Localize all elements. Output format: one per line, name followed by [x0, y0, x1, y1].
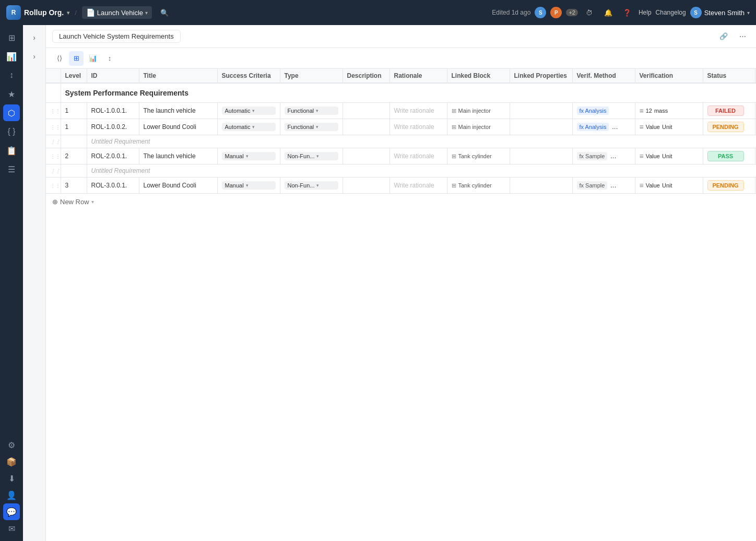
success-criteria-cell[interactable]: Automatic ▾ — [217, 103, 280, 119]
new-row-button[interactable]: ⊕ New Row ▾ — [46, 194, 756, 210]
view-btn-left-expand[interactable]: ⟨⟩ — [52, 51, 67, 66]
id-cell[interactable]: ROL-3.0.0.1. — [87, 178, 139, 194]
verification-cell[interactable]: ≡ Value Unit — [635, 178, 703, 194]
type-cell[interactable]: Non-Fun... ▾ — [280, 148, 342, 164]
rationale-cell[interactable]: Write rationale — [389, 103, 447, 119]
verification-cell[interactable]: ≡ 12 mass — [635, 103, 703, 119]
view-btn-sort2[interactable]: ↕ — [102, 51, 117, 66]
level-cell[interactable]: 3 — [61, 178, 87, 194]
method-chip-sample[interactable]: fx Sample — [577, 152, 608, 160]
success-criteria-dropdown[interactable]: Automatic ▾ — [222, 123, 276, 131]
linked-block-cell[interactable]: ⊞ Main injector — [447, 103, 510, 119]
rationale-cell[interactable]: Write rationale — [389, 178, 447, 194]
success-criteria-dropdown[interactable]: Automatic ▾ — [222, 107, 276, 115]
type-dropdown[interactable]: Functional ▾ — [285, 107, 338, 115]
title-cell[interactable]: Lower Bound Cooli — [139, 119, 217, 135]
method-chip-sample[interactable]: fx Sam — [612, 123, 635, 131]
desc-cell[interactable] — [342, 178, 389, 194]
sidebar-item-list[interactable]: ☰ — [3, 161, 20, 178]
view-btn-chart2[interactable]: 📊 — [86, 51, 100, 66]
rationale-cell[interactable]: Write rationale — [389, 119, 447, 135]
sidebar-item-blocks[interactable]: ⬡ — [3, 104, 20, 121]
linked-props-cell[interactable] — [510, 178, 572, 194]
drag-handle-icon[interactable]: ⋮⋮ — [50, 183, 61, 189]
untitled-label-2[interactable]: Untitled Requirement — [87, 164, 756, 178]
rationale-cell[interactable]: Write rationale — [389, 148, 447, 164]
desc-cell[interactable] — [342, 103, 389, 119]
type-cell[interactable]: Non-Fun... ▾ — [280, 178, 342, 194]
success-criteria-cell[interactable]: Manual ▾ — [217, 178, 280, 194]
status-cell[interactable]: PENDING — [703, 178, 755, 194]
search-button[interactable]: 🔍 — [156, 4, 173, 21]
tab-active[interactable]: Launch Vehicle System Requirements — [52, 30, 181, 43]
method-chip-sample[interactable]: fx Sample — [577, 181, 608, 190]
help-label[interactable]: Help — [639, 9, 652, 16]
id-cell[interactable]: ROL-2.0.0.1. — [87, 148, 139, 164]
doc-switcher[interactable]: 📄 Launch Vehicle ▾ — [82, 6, 152, 19]
success-criteria-dropdown[interactable]: Manual ▾ — [222, 152, 276, 160]
sidebar-item-sort[interactable]: ↕ — [3, 67, 20, 84]
method-chip-analysis[interactable]: fx Analysis — [577, 123, 609, 131]
help-icon[interactable]: ❓ — [620, 5, 634, 20]
title-cell[interactable]: The launch vehicle — [139, 103, 217, 119]
more-options-icon[interactable]: ⋯ — [735, 29, 750, 44]
changelog-label[interactable]: Changelog — [656, 9, 686, 16]
status-cell[interactable]: PENDING — [703, 119, 755, 135]
activity-icon[interactable]: ⏱ — [582, 5, 597, 20]
sec-expand2-icon[interactable]: › — [26, 48, 43, 65]
method-chip-analysis[interactable]: fx Analysis — [577, 107, 609, 115]
level-cell[interactable]: 1 — [61, 119, 87, 135]
linked-props-cell[interactable] — [510, 148, 572, 164]
sidebar-item-settings2[interactable]: 📦 — [3, 453, 20, 470]
verif-method-cell[interactable]: fx Sample fx Anal — [572, 178, 635, 194]
sidebar-item-download[interactable]: ⬇ — [3, 470, 20, 487]
untitled-label[interactable]: Untitled Requirement — [87, 135, 756, 148]
linked-block-cell[interactable]: ⊞ Main injector — [447, 119, 510, 135]
verif-method-cell[interactable]: fx Analysis — [572, 103, 635, 119]
sidebar-item-message[interactable]: 💬 — [3, 503, 20, 520]
type-dropdown[interactable]: Non-Fun... ▾ — [285, 181, 338, 190]
success-criteria-cell[interactable]: Manual ▾ — [217, 148, 280, 164]
level-cell[interactable]: 2 — [61, 148, 87, 164]
title-cell[interactable]: The launch vehicle — [139, 148, 217, 164]
success-criteria-dropdown[interactable]: Manual ▾ — [222, 181, 276, 190]
status-cell[interactable]: FAILED — [703, 103, 755, 119]
drag-handle-icon[interactable]: ⋮⋮ — [50, 139, 61, 145]
type-dropdown[interactable]: Non-Fun... ▾ — [285, 152, 338, 160]
method-chip-anal[interactable]: fx Anal — [610, 181, 633, 190]
title-cell[interactable]: Lower Bound Cooli — [139, 178, 217, 194]
desc-cell[interactable] — [342, 148, 389, 164]
status-cell[interactable]: PASS — [703, 148, 755, 164]
drag-handle-icon[interactable]: ⋮⋮ — [50, 154, 61, 159]
link-icon[interactable]: 🔗 — [716, 29, 731, 44]
id-cell[interactable]: ROL-1.0.0.1. — [87, 103, 139, 119]
type-cell[interactable]: Functional ▾ — [280, 119, 342, 135]
verification-cell[interactable]: ≡ Value Unit — [635, 119, 703, 135]
sidebar-item-code[interactable]: { } — [3, 123, 20, 140]
user-menu[interactable]: S Steven Smith ▾ — [690, 7, 750, 18]
notifications-icon[interactable]: 🔔 — [601, 5, 616, 20]
level-cell[interactable]: 1 — [61, 103, 87, 119]
sidebar-item-person[interactable]: 👤 — [3, 487, 20, 503]
drag-handle-icon[interactable]: ⋮⋮ — [50, 108, 61, 114]
verif-method-cell[interactable]: fx Sample fx Anal — [572, 148, 635, 164]
org-logo[interactable]: R Rollup Org. ▾ — [6, 5, 69, 20]
drag-handle-icon[interactable]: ⋮⋮ — [50, 168, 61, 174]
sidebar-item-chart[interactable]: 📊 — [3, 48, 20, 65]
sidebar-item-home[interactable]: ⊞ — [3, 29, 20, 46]
success-criteria-cell[interactable]: Automatic ▾ — [217, 119, 280, 135]
sidebar-item-docs[interactable]: 📋 — [3, 142, 20, 159]
drag-handle-icon[interactable]: ⋮⋮ — [50, 124, 61, 130]
sidebar-item-mail[interactable]: ✉ — [3, 520, 20, 537]
verification-cell[interactable]: ≡ Value Unit — [635, 148, 703, 164]
type-dropdown[interactable]: Functional ▾ — [285, 123, 338, 131]
view-btn-grid[interactable]: ⊞ — [69, 51, 84, 66]
id-cell[interactable]: ROL-1.0.0.2. — [87, 119, 139, 135]
sec-expand-icon[interactable]: › — [26, 29, 43, 46]
linked-props-cell[interactable] — [510, 119, 572, 135]
type-cell[interactable]: Functional ▾ — [280, 103, 342, 119]
sidebar-item-star[interactable]: ★ — [3, 86, 20, 102]
method-chip-anal[interactable]: fx Anal — [610, 152, 633, 160]
linked-props-cell[interactable] — [510, 103, 572, 119]
linked-block-cell[interactable]: ⊞ Tank cylinder — [447, 148, 510, 164]
